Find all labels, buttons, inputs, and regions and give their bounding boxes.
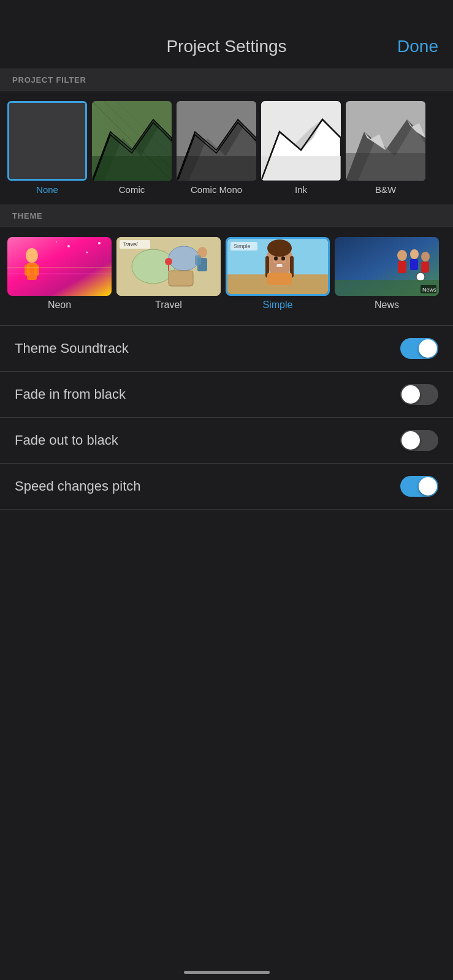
home-indicator bbox=[184, 971, 270, 974]
svg-point-30 bbox=[67, 245, 70, 247]
svg-point-65 bbox=[421, 252, 430, 262]
toggle-knob bbox=[402, 385, 420, 404]
theme-thumb-news: News bbox=[335, 237, 439, 296]
toggle-label-fade-out: Fade out to black bbox=[15, 432, 118, 448]
svg-rect-16 bbox=[261, 156, 341, 181]
theme-thumb-simple: Simple bbox=[226, 237, 330, 296]
toggle-knob bbox=[402, 431, 420, 450]
svg-point-54 bbox=[274, 257, 278, 261]
svg-rect-23 bbox=[7, 237, 112, 296]
filter-scroll: None Comic bbox=[0, 91, 453, 205]
svg-point-37 bbox=[169, 246, 199, 271]
toggle-row-fade-in: Fade in from black bbox=[0, 372, 453, 418]
top-nav: Project Settings Done bbox=[0, 0, 453, 69]
filter-item-ink[interactable]: Ink bbox=[261, 101, 341, 195]
theme-scroll: Neon Travel bbox=[0, 227, 453, 320]
theme-label-neon: Neon bbox=[48, 300, 71, 311]
toggle-label-fade-in: Fade in from black bbox=[15, 386, 126, 402]
done-button[interactable]: Done bbox=[397, 37, 438, 56]
filter-thumb-none bbox=[7, 101, 87, 181]
filter-item-comic-mono[interactable]: Comic Mono bbox=[177, 101, 256, 195]
svg-rect-3 bbox=[92, 156, 172, 181]
svg-point-61 bbox=[397, 250, 407, 261]
filter-label-comic-mono: Comic Mono bbox=[191, 184, 242, 195]
toggle-row-theme-soundtrack: Theme Soundtrack bbox=[0, 325, 453, 372]
theme-item-travel[interactable]: Travel Travel bbox=[116, 237, 221, 311]
theme-soundtrack-toggle[interactable] bbox=[400, 338, 438, 359]
project-filter-header: PROJECT FILTER bbox=[0, 69, 453, 91]
toggle-knob bbox=[419, 477, 437, 496]
svg-rect-57 bbox=[267, 273, 292, 285]
toggle-label-speed-pitch: Speed changes pitch bbox=[15, 478, 141, 494]
toggle-section: Theme Soundtrack Fade in from black Fade… bbox=[0, 325, 453, 510]
svg-point-31 bbox=[86, 252, 88, 254]
svg-text:Simple: Simple bbox=[234, 243, 251, 249]
svg-rect-66 bbox=[421, 262, 429, 273]
filter-thumb-ink bbox=[261, 101, 341, 181]
theme-label-simple: Simple bbox=[263, 300, 293, 311]
filter-thumb-comic-mono bbox=[177, 101, 256, 181]
theme-item-neon[interactable]: Neon bbox=[7, 237, 112, 311]
fade-in-toggle[interactable] bbox=[400, 384, 438, 405]
filter-item-bw[interactable]: B&W bbox=[346, 101, 425, 195]
filter-label-comic: Comic bbox=[119, 184, 145, 195]
filter-label-none: None bbox=[36, 184, 58, 195]
theme-label-travel: Travel bbox=[155, 300, 182, 311]
theme-item-news[interactable]: News News bbox=[335, 237, 439, 311]
svg-rect-38 bbox=[169, 271, 193, 286]
theme-thumb-neon bbox=[7, 237, 112, 296]
toggle-label-theme-soundtrack: Theme Soundtrack bbox=[15, 341, 129, 356]
svg-rect-56 bbox=[276, 264, 283, 267]
theme-label-news: News bbox=[375, 300, 399, 311]
svg-text:News: News bbox=[422, 287, 436, 293]
svg-point-33 bbox=[56, 241, 57, 243]
svg-rect-11 bbox=[177, 156, 256, 181]
svg-point-39 bbox=[165, 258, 172, 265]
fade-out-toggle[interactable] bbox=[400, 430, 438, 451]
toggle-knob bbox=[419, 339, 437, 358]
svg-rect-64 bbox=[410, 259, 418, 270]
svg-point-67 bbox=[416, 273, 425, 281]
svg-point-49 bbox=[267, 239, 292, 257]
svg-text:Travel: Travel bbox=[123, 241, 138, 247]
page-title: Project Settings bbox=[166, 37, 286, 56]
filter-item-comic[interactable]: Comic bbox=[92, 101, 172, 195]
svg-rect-20 bbox=[346, 153, 425, 181]
svg-point-55 bbox=[281, 257, 285, 261]
theme-header: THEME bbox=[0, 205, 453, 227]
svg-point-32 bbox=[98, 242, 101, 244]
filter-thumb-comic bbox=[92, 101, 172, 181]
speed-pitch-toggle[interactable] bbox=[400, 476, 438, 497]
filter-label-bw: B&W bbox=[375, 184, 396, 195]
toggle-row-fade-out: Fade out to black bbox=[0, 418, 453, 464]
svg-point-24 bbox=[26, 248, 38, 263]
filter-thumb-bw bbox=[346, 101, 425, 181]
filter-item-none[interactable]: None bbox=[7, 101, 87, 195]
theme-item-simple[interactable]: Simple Simple bbox=[226, 237, 330, 311]
filter-label-ink: Ink bbox=[295, 184, 307, 195]
svg-point-63 bbox=[410, 249, 419, 259]
svg-rect-45 bbox=[195, 255, 201, 265]
theme-thumb-travel: Travel bbox=[116, 237, 221, 296]
svg-rect-62 bbox=[398, 261, 406, 273]
toggle-row-speed-pitch: Speed changes pitch bbox=[0, 464, 453, 510]
